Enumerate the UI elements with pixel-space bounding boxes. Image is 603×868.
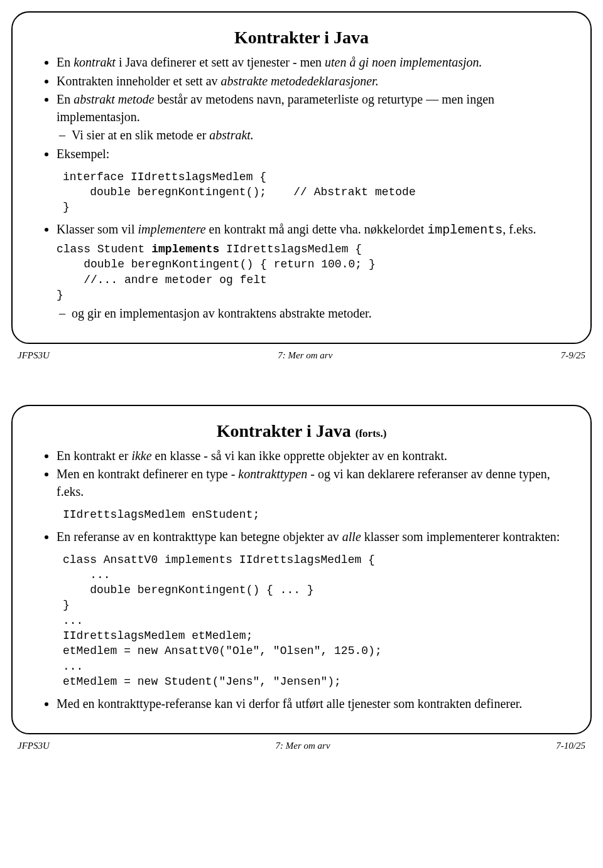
bullet-5: Klasser som vil implementere en kontrakt… bbox=[57, 221, 565, 322]
bullet-2: Kontrakten inneholder et sett av abstrak… bbox=[57, 73, 565, 90]
sub-list-2: og gir en implementasjon av kontraktens … bbox=[57, 305, 565, 323]
slide-1-card: Kontrakter i Java En kontrakt i Java def… bbox=[11, 11, 592, 344]
text-italic: uten å gi noen implementasjon. bbox=[325, 55, 482, 69]
text: en kontrakt må angi dette vha. nøkkelord… bbox=[206, 222, 428, 236]
slide-1-list: En kontrakt i Java definerer et sett av … bbox=[38, 54, 565, 163]
text: En bbox=[57, 92, 73, 106]
text: Eksempel: bbox=[57, 147, 109, 161]
text: En bbox=[57, 55, 73, 69]
bullet-4: Med en kontrakttype-referanse kan vi der… bbox=[57, 695, 565, 713]
slide-2-list-3: Med en kontrakttype-referanse kan vi der… bbox=[38, 695, 565, 713]
bullet-1: En kontrakt i Java definerer et sett av … bbox=[57, 54, 565, 72]
text-italic: abstrakte metodedeklarasjoner. bbox=[221, 74, 379, 88]
code-block-1: interface IIdrettslagsMedlem { double be… bbox=[63, 169, 565, 215]
text: klasser som implementerer kontrakten: bbox=[361, 530, 560, 544]
bullet-4: Eksempel: bbox=[57, 146, 565, 163]
text: class Student bbox=[57, 243, 151, 255]
footer-center: 7: Mer om arv bbox=[276, 741, 330, 751]
text: , f.eks. bbox=[503, 222, 536, 236]
bullet-2: Men en kontrakt definerer en type - kont… bbox=[57, 466, 565, 500]
page-gap bbox=[0, 368, 603, 394]
slide-2-list-2: En referanse av en kontrakttype kan bete… bbox=[38, 528, 565, 546]
sub-bullet-2: og gir en implementasjon av kontraktens … bbox=[72, 305, 565, 323]
text-italic: alle bbox=[342, 530, 361, 544]
footer-left: JFPS3U bbox=[18, 350, 50, 361]
text: Men en kontrakt definerer en type - bbox=[57, 467, 238, 481]
sub-bullet: Vi sier at en slik metode er abstrakt. bbox=[72, 127, 565, 144]
text-mono: implements bbox=[427, 223, 503, 237]
slide-1-list-2: Klasser som vil implementere en kontrakt… bbox=[38, 221, 565, 322]
slide-1-footer: JFPS3U 7: Mer om arv 7-9/25 bbox=[11, 344, 592, 365]
footer-center: 7: Mer om arv bbox=[278, 350, 332, 361]
slide-2: Kontrakter i Java (forts.) En kontrakt e… bbox=[0, 394, 603, 759]
slide-2-list: En kontrakt er ikke en klasse - så vi ka… bbox=[38, 447, 565, 501]
bullet-3: En referanse av en kontrakttype kan bete… bbox=[57, 528, 565, 546]
text-italic: kontrakt bbox=[73, 55, 116, 69]
sub-list: Vi sier at en slik metode er abstrakt. bbox=[57, 127, 565, 144]
title-suffix: (forts.) bbox=[356, 427, 387, 439]
text: en klasse - så vi kan ikke opprette obje… bbox=[152, 449, 447, 463]
footer-right: 7-10/25 bbox=[556, 741, 585, 751]
text: Vi sier at en slik metode er bbox=[72, 128, 209, 142]
text-italic: implementere bbox=[138, 222, 205, 236]
slide-1: Kontrakter i Java En kontrakt i Java def… bbox=[0, 0, 603, 368]
text-italic: ikke bbox=[131, 449, 151, 463]
text-italic: abstrakt. bbox=[209, 128, 254, 142]
text: i Java definerer et sett av tjenester - … bbox=[116, 55, 325, 69]
text: Klasser som vil bbox=[57, 222, 138, 236]
text-italic: kontrakttypen bbox=[238, 467, 307, 481]
slide-1-title: Kontrakter i Java bbox=[38, 28, 565, 48]
bullet-3: En abstrakt metode består av metodens na… bbox=[57, 91, 565, 144]
text: Kontrakten inneholder et sett av bbox=[57, 74, 221, 88]
bullet-1: En kontrakt er ikke en klasse - så vi ka… bbox=[57, 447, 565, 465]
slide-2-card: Kontrakter i Java (forts.) En kontrakt e… bbox=[11, 405, 592, 734]
title-text: Kontrakter i Java bbox=[217, 421, 356, 441]
text: En referanse av en kontrakttype kan bete… bbox=[57, 530, 342, 544]
footer-left: JFPS3U bbox=[18, 741, 50, 751]
code-block-2: class AnsattV0 implements IIdrettslagsMe… bbox=[63, 552, 565, 690]
text-bold: implements bbox=[151, 243, 219, 255]
slide-2-footer: JFPS3U 7: Mer om arv 7-10/25 bbox=[11, 734, 592, 755]
text: En kontrakt er bbox=[57, 449, 131, 463]
slide-2-title: Kontrakter i Java (forts.) bbox=[38, 421, 565, 441]
code-block-1: IIdrettslagsMedlem enStudent; bbox=[63, 507, 565, 522]
footer-right: 7-9/25 bbox=[561, 350, 585, 361]
text-italic: abstrakt metode bbox=[73, 92, 154, 106]
code-block-2: class Student implements IIdrettslagsMed… bbox=[57, 242, 565, 303]
